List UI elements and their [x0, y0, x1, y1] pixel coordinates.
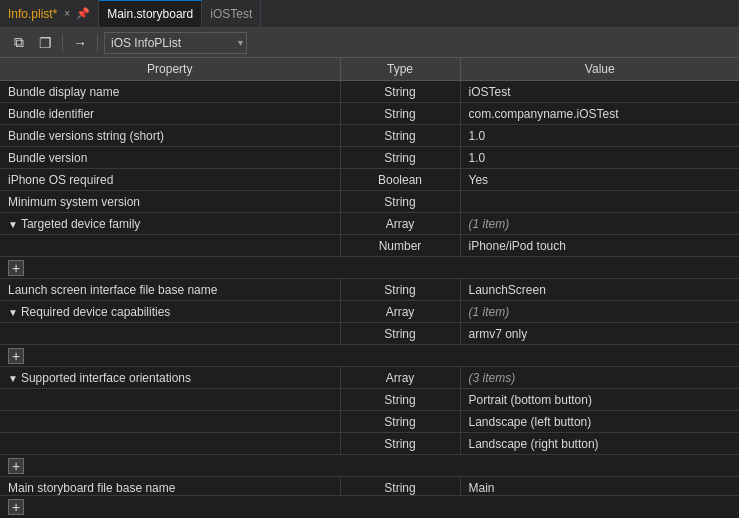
- add-item-button[interactable]: +: [8, 348, 24, 364]
- tab-bar: Info.plist* × 📌 Main.storyboard iOSTest: [0, 0, 739, 28]
- property-cell: [0, 323, 340, 345]
- type-cell: Array: [340, 213, 460, 235]
- property-cell: Bundle identifier: [0, 103, 340, 125]
- property-cell: iPhone OS required: [0, 169, 340, 191]
- toolbar-separator-2: [97, 34, 98, 52]
- property-text: Bundle identifier: [8, 107, 94, 121]
- header-value: Value: [460, 58, 739, 81]
- value-cell: (1 item): [460, 301, 739, 323]
- property-cell: Bundle display name: [0, 81, 340, 103]
- value-cell: 1.0: [460, 125, 739, 147]
- type-cell: String: [340, 191, 460, 213]
- ios-info-plist-dropdown[interactable]: iOS InfoPList iOS InfoPList (debug): [104, 32, 247, 54]
- table-row[interactable]: NumberiPhone/iPod touch: [0, 235, 739, 257]
- value-cell: (3 items): [460, 367, 739, 389]
- type-cell: String: [340, 477, 460, 496]
- property-text: Launch screen interface file base name: [8, 283, 217, 297]
- type-cell: String: [340, 389, 460, 411]
- table-row[interactable]: Supported interface orientationsArray(3 …: [0, 367, 739, 389]
- tab-main-storyboard[interactable]: Main.storyboard: [99, 0, 202, 27]
- table-row[interactable]: Main storyboard file base nameStringMain: [0, 477, 739, 496]
- property-cell: [0, 411, 340, 433]
- table-row[interactable]: Launch screen interface file base nameSt…: [0, 279, 739, 301]
- expand-icon[interactable]: [8, 219, 18, 230]
- table-row[interactable]: StringPortrait (bottom button): [0, 389, 739, 411]
- table-row[interactable]: StringLandscape (right button): [0, 433, 739, 455]
- bottom-add-row: +: [0, 495, 739, 518]
- tab-info-plist[interactable]: Info.plist* × 📌: [0, 0, 99, 27]
- type-cell: Array: [340, 301, 460, 323]
- tab-iostest[interactable]: iOSTest: [202, 0, 261, 27]
- table-row[interactable]: Bundle versions string (short)String1.0: [0, 125, 739, 147]
- table-row[interactable]: Stringarmv7 only: [0, 323, 739, 345]
- table-row[interactable]: Minimum system versionString: [0, 191, 739, 213]
- property-text: Bundle versions string (short): [8, 129, 164, 143]
- add-item-row: +: [0, 257, 739, 279]
- table-row[interactable]: Required device capabilitiesArray(1 item…: [0, 301, 739, 323]
- add-item-button[interactable]: +: [8, 260, 24, 276]
- property-cell: Minimum system version: [0, 191, 340, 213]
- property-cell: Targeted device family: [0, 213, 340, 235]
- table-row[interactable]: Bundle identifierStringcom.companyname.i…: [0, 103, 739, 125]
- property-cell: Supported interface orientations: [0, 367, 340, 389]
- type-cell: String: [340, 147, 460, 169]
- property-text: Supported interface orientations: [21, 371, 191, 385]
- app-window: Info.plist* × 📌 Main.storyboard iOSTest …: [0, 0, 739, 518]
- add-item-row: +: [0, 455, 739, 477]
- table-row[interactable]: StringLandscape (left button): [0, 411, 739, 433]
- table-row[interactable]: Bundle versionString1.0: [0, 147, 739, 169]
- tab-label: iOSTest: [210, 7, 252, 21]
- type-cell: String: [340, 103, 460, 125]
- value-cell: (1 item): [460, 213, 739, 235]
- property-cell: [0, 235, 340, 257]
- property-text: Main storyboard file base name: [8, 481, 175, 495]
- type-cell: String: [340, 81, 460, 103]
- property-table: Property Type Value Bundle display nameS…: [0, 58, 739, 495]
- tab-close-icon[interactable]: ×: [64, 8, 70, 19]
- main-content: Property Type Value Bundle display nameS…: [0, 58, 739, 518]
- property-cell: Bundle versions string (short): [0, 125, 340, 147]
- header-property: Property: [0, 58, 340, 81]
- value-cell: Main: [460, 477, 739, 496]
- value-cell: iPhone/iPod touch: [460, 235, 739, 257]
- type-cell: Boolean: [340, 169, 460, 191]
- property-cell: Required device capabilities: [0, 301, 340, 323]
- copy-button[interactable]: ⧉: [8, 32, 30, 54]
- property-cell: Launch screen interface file base name: [0, 279, 340, 301]
- add-item-row: +: [0, 345, 739, 367]
- plist-table[interactable]: Property Type Value Bundle display nameS…: [0, 58, 739, 495]
- tab-dirty-indicator: Info.plist*: [8, 7, 57, 21]
- paste-button[interactable]: ❐: [34, 32, 56, 54]
- value-cell: armv7 only: [460, 323, 739, 345]
- dropdown-wrapper: iOS InfoPList iOS InfoPList (debug) ▾: [104, 32, 247, 54]
- property-cell: Bundle version: [0, 147, 340, 169]
- expand-icon[interactable]: [8, 373, 18, 384]
- table-row[interactable]: iPhone OS requiredBooleanYes: [0, 169, 739, 191]
- property-text: Bundle version: [8, 151, 87, 165]
- table-row[interactable]: Targeted device familyArray(1 item): [0, 213, 739, 235]
- value-cell: Yes: [460, 169, 739, 191]
- toolbar: ⧉ ❐ → iOS InfoPList iOS InfoPList (debug…: [0, 28, 739, 58]
- value-cell: iOSTest: [460, 81, 739, 103]
- type-cell: String: [340, 279, 460, 301]
- arrow-button[interactable]: →: [69, 32, 91, 54]
- type-cell: String: [340, 323, 460, 345]
- table-row[interactable]: Bundle display nameStringiOSTest: [0, 81, 739, 103]
- tab-label: Main.storyboard: [107, 7, 193, 21]
- type-cell: String: [340, 125, 460, 147]
- header-type: Type: [340, 58, 460, 81]
- bottom-add-button[interactable]: +: [8, 499, 24, 515]
- property-cell: [0, 389, 340, 411]
- property-cell: [0, 433, 340, 455]
- value-cell: LaunchScreen: [460, 279, 739, 301]
- value-cell: Landscape (right button): [460, 433, 739, 455]
- expand-icon[interactable]: [8, 307, 18, 318]
- value-cell: Portrait (bottom button): [460, 389, 739, 411]
- property-cell: Main storyboard file base name: [0, 477, 340, 496]
- add-item-button[interactable]: +: [8, 458, 24, 474]
- property-text: Minimum system version: [8, 195, 140, 209]
- value-cell: Landscape (left button): [460, 411, 739, 433]
- property-text: iPhone OS required: [8, 173, 113, 187]
- value-cell: 1.0: [460, 147, 739, 169]
- type-cell: String: [340, 411, 460, 433]
